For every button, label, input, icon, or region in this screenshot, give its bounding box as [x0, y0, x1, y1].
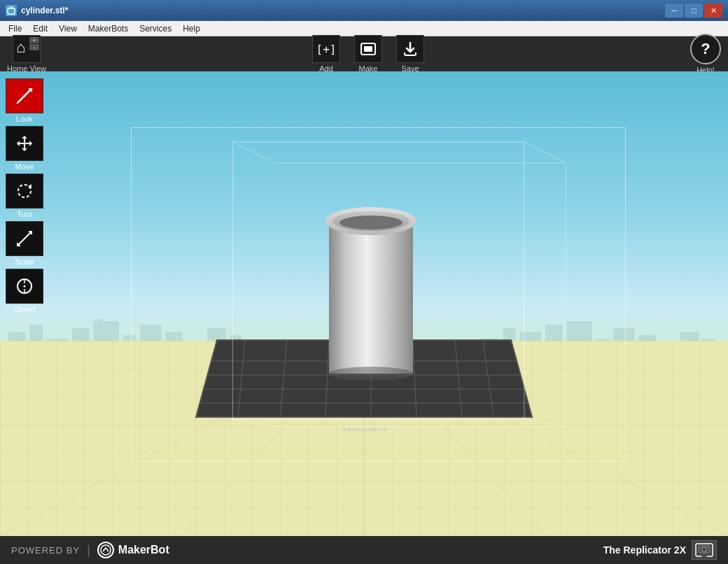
svg-line-61: [18, 96, 24, 103]
makerbot-brand-text: MakerBot: [118, 544, 169, 556]
move-tool-button[interactable]: Move: [6, 126, 43, 171]
scale-label: Scale: [15, 258, 34, 266]
svg-line-49: [524, 142, 566, 163]
toolbar: ⌂ + - Home View [+] Add Make: [0, 36, 728, 71]
menu-makerbots[interactable]: MakerBots: [83, 21, 134, 36]
scale-tool-button[interactable]: Scale: [6, 221, 43, 266]
svg-text:MakerBot: MakerBot: [342, 425, 387, 431]
add-icon: [+]: [312, 35, 340, 63]
turn-tool-button[interactable]: Turn: [6, 174, 43, 218]
scale-icon: [6, 221, 43, 256]
home-icon: ⌂ + -: [13, 35, 41, 63]
makerbot-logo-icon: [97, 542, 114, 558]
left-toolbar: Look Move: [0, 71, 49, 536]
toolbar-center: [+] Add Make Save: [53, 35, 683, 73]
save-button[interactable]: Save: [396, 35, 424, 73]
save-icon: [396, 35, 424, 63]
object-icon: [6, 269, 43, 304]
close-button[interactable]: ✕: [704, 3, 722, 17]
svg-point-74: [702, 547, 706, 551]
svg-point-71: [101, 545, 111, 555]
status-left: POWERED BY | MakerBot: [11, 542, 169, 558]
cylinder-svg: [318, 199, 424, 381]
menu-services[interactable]: Services: [134, 21, 177, 36]
maximize-button[interactable]: □: [685, 3, 703, 17]
look-icon: [6, 78, 43, 113]
add-button[interactable]: [+] Add: [312, 35, 340, 73]
home-view-button[interactable]: ⌂ + - Home View: [7, 35, 46, 73]
minimize-button[interactable]: ─: [665, 3, 683, 17]
statusbar: POWERED BY | MakerBot The Replicator 2X: [0, 536, 728, 564]
svg-point-59: [340, 216, 402, 230]
zoom-in-icon: +: [29, 37, 39, 43]
replicator-icon: [692, 540, 717, 560]
svg-rect-0: [8, 8, 15, 14]
turn-label: Turn: [17, 210, 32, 218]
app-icon: [6, 5, 17, 16]
object-label: Object: [13, 305, 36, 313]
makerbot-logo: MakerBot: [97, 542, 169, 558]
window-title: cylinder.stl*: [21, 6, 68, 15]
make-button[interactable]: Make: [354, 35, 382, 73]
status-right: The Replicator 2X: [603, 540, 717, 560]
cylinder-object: [318, 199, 410, 374]
svg-line-62: [24, 89, 31, 96]
menu-file[interactable]: File: [3, 21, 27, 36]
move-icon: [6, 126, 43, 161]
object-tool-button[interactable]: Object: [6, 269, 43, 313]
make-icon: [354, 35, 382, 63]
titlebar: cylinder.stl* ─ □ ✕: [0, 0, 728, 21]
svg-point-68: [24, 285, 26, 288]
svg-rect-75: [701, 555, 707, 557]
svg-rect-2: [364, 46, 372, 52]
menubar: File Edit View MakerBots Services Help: [0, 21, 728, 36]
menu-edit[interactable]: Edit: [27, 21, 53, 36]
powered-by-text: POWERED BY: [11, 545, 80, 556]
menu-help[interactable]: Help: [177, 21, 206, 36]
toolbar-left: ⌂ + - Home View: [7, 35, 46, 73]
svg-rect-14: [98, 319, 103, 325]
svg-line-50: [233, 142, 275, 163]
zoom-controls: + -: [29, 37, 39, 50]
look-tool-button[interactable]: Look: [6, 78, 43, 123]
move-label: Move: [15, 162, 34, 171]
help-icon: ?: [690, 34, 721, 64]
menu-view[interactable]: View: [53, 21, 83, 36]
look-label: Look: [16, 115, 33, 123]
svg-point-60: [329, 367, 413, 381]
help-button[interactable]: ? Help!: [690, 34, 721, 74]
replicator-name: The Replicator 2X: [603, 544, 686, 556]
toolbar-right: ? Help!: [690, 34, 721, 74]
titlebar-left: cylinder.stl*: [6, 5, 68, 16]
statusbar-divider: |: [87, 543, 90, 558]
svg-rect-56: [329, 220, 413, 374]
turn-icon: [6, 174, 43, 209]
3d-viewport[interactable]: MakerBot: [0, 71, 728, 536]
viewport-area: MakerBot: [0, 71, 728, 536]
zoom-out-icon: -: [29, 44, 39, 50]
svg-line-66: [18, 232, 31, 246]
window-controls: ─ □ ✕: [665, 3, 722, 17]
